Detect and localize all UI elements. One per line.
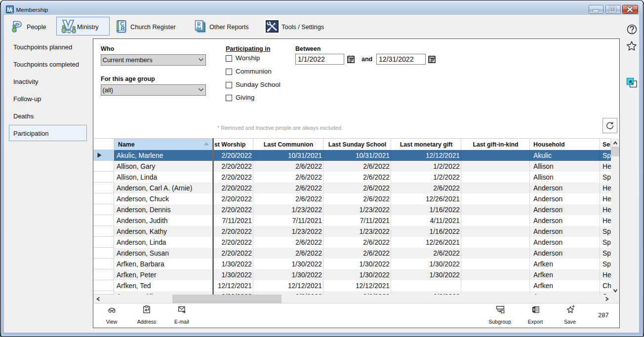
svg-text:R: R bbox=[197, 22, 201, 27]
svg-text:R: R bbox=[121, 25, 124, 31]
svg-text:M: M bbox=[7, 6, 12, 13]
